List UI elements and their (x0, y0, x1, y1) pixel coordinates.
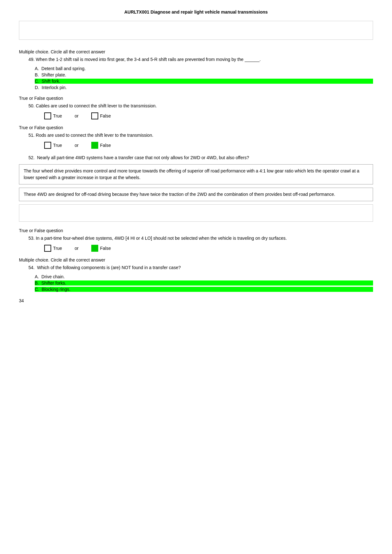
section-q52: 52. Nearly all part-time 4WD systems hav… (19, 154, 373, 222)
question-49: 49. When the 1-2 shift rail is moved int… (28, 56, 373, 63)
top-input-box (19, 21, 373, 40)
q50-false-label: False (100, 113, 111, 118)
q51-true-checkbox[interactable] (44, 142, 51, 149)
q50-tf-row: True or False (44, 112, 373, 119)
q49-answer-a: A. Detent ball and spring. (35, 66, 373, 71)
q53-number: 53. (28, 236, 34, 241)
q51-true-label: True (53, 143, 62, 148)
q54-answers: A. Drive chain. B. Shifter forks. C. Blo… (35, 274, 373, 292)
section-label-3: True or False question (19, 125, 373, 130)
q50-or: or (75, 113, 78, 118)
question-54: 54. Which of the following components is… (28, 264, 373, 271)
q51-or: or (75, 143, 78, 148)
q51-number: 51. (28, 133, 34, 138)
q51-tf-row: True or False (44, 142, 373, 149)
q50-true-label: True (53, 113, 62, 118)
section-label-1: Multiple choice. Circle all the correct … (19, 49, 373, 54)
q53-true-label: True (53, 246, 62, 251)
section-tf-50: True or False question 50. Cables are us… (19, 96, 373, 119)
section-label-2: True or False question (19, 96, 373, 101)
q50-text: Cables are used to connect the shift lev… (36, 103, 157, 108)
section-multiple-choice-54: Multiple choice. Circle all the correct … (19, 257, 373, 292)
q49-number: 49. (28, 57, 34, 62)
q49-answers: A. Detent ball and spring. B. Shifter pl… (35, 66, 373, 90)
q49-text: When the 1-2 shift rail is moved into fi… (36, 57, 261, 62)
q52-box2: These 4WD are designed for off-road driv… (19, 188, 373, 201)
q54-number: 54. (28, 265, 34, 270)
q49-answer-d: D. Interlock pin. (35, 85, 373, 90)
q52-intro-text: Nearly all part-time 4WD systems have a … (37, 155, 249, 160)
q53-or: or (75, 246, 78, 251)
page-number: 34 (19, 298, 373, 303)
section-label-5: True or False question (19, 228, 373, 233)
question-50: 50. Cables are used to connect the shift… (28, 103, 373, 109)
q51-false-checkbox[interactable] (91, 142, 98, 149)
section-multiple-choice-1: Multiple choice. Circle all the correct … (19, 49, 373, 90)
q51-text: Rods are used to connect the shift lever… (36, 133, 153, 138)
q53-false-label: False (100, 246, 111, 251)
question-53: 53. In a part-time four-wheel drive syst… (28, 235, 373, 242)
q53-text: In a part-time four-wheel drive systems,… (36, 236, 286, 241)
q49-answer-b: B. Shifter plate. (35, 72, 373, 77)
q52-number: 52. (28, 155, 34, 160)
q51-false-label: False (100, 143, 111, 148)
q52-bottom-box (19, 204, 373, 222)
q53-tf-row: True or False (44, 245, 373, 252)
question-51: 51. Rods are used to connect the shift l… (28, 132, 373, 139)
q53-false-checkbox[interactable] (91, 245, 98, 252)
page-title: AURLTX001 Diagnose and repair light vehi… (19, 9, 373, 15)
section-label-6: Multiple choice. Circle all the correct … (19, 257, 373, 262)
q52-box1: The four wheel drive provides more contr… (19, 164, 373, 184)
q50-true-checkbox[interactable] (44, 112, 51, 119)
q53-true-checkbox[interactable] (44, 245, 51, 252)
q49-answer-c: C. Shift fork. (35, 79, 373, 84)
q54-text: Which of the following components is (ar… (37, 265, 181, 270)
q52-intro: 52. Nearly all part-time 4WD systems hav… (28, 154, 373, 161)
q54-answer-a: A. Drive chain. (35, 274, 373, 279)
q54-answer-c: C. Blocking rings. (35, 287, 373, 292)
q54-answer-b: B. Shifter forks. (35, 280, 373, 286)
q50-number: 50. (28, 103, 34, 108)
section-tf-51: True or False question 51. Rods are used… (19, 125, 373, 149)
section-tf-53: True or False question 53. In a part-tim… (19, 228, 373, 252)
q50-false-checkbox[interactable] (91, 112, 98, 119)
